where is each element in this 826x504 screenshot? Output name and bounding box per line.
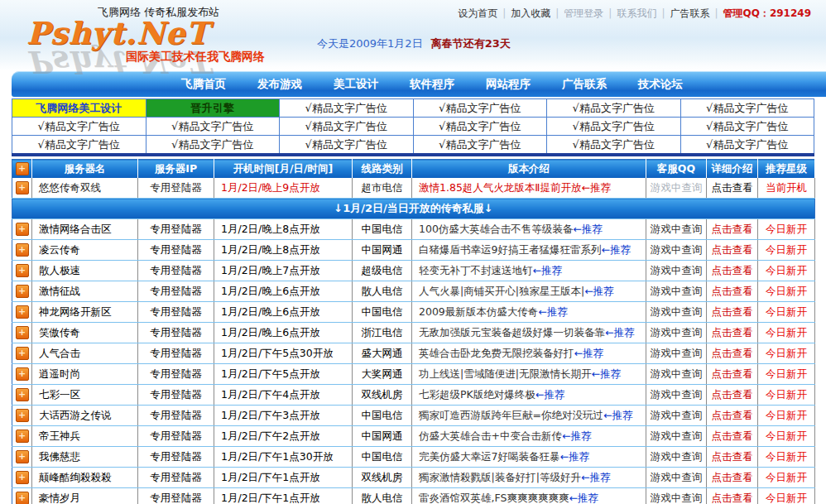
ad-slot[interactable]: √精品文字广告位 [547,118,681,136]
qq-query-link[interactable]: 游戏中查询 [651,430,703,442]
ad-slot[interactable]: √精品文字广告位 [413,136,547,156]
text-ad-grid: 飞腾网络美工设计晋升引擎√精品文字广告位√精品文字广告位√精品文字广告位√精品文… [12,98,814,156]
qq-query-link[interactable]: 游戏中查询 [651,243,703,256]
plus-icon[interactable]: + [16,181,29,194]
detail-link[interactable]: 点击查看 [712,181,753,194]
ad-slot[interactable]: √精品文字广告位 [280,136,414,156]
recommend-link[interactable]: ←推荐 [538,305,567,318]
detail-link[interactable]: 点击查看 [712,305,753,318]
qq-query-link[interactable]: 游戏中查询 [651,264,703,276]
detail-link[interactable]: 点击查看 [712,430,753,442]
ad-slot[interactable]: √精品文字广告位 [146,136,280,156]
detail-link[interactable]: 点击查看 [712,409,753,421]
ad-slot-featured[interactable]: 晋升引擎 [146,99,280,118]
plus-icon[interactable]: + [16,264,29,277]
qq-query-link[interactable]: 游戏中查询 [651,347,703,359]
qq-query-link[interactable]: 游戏中查询 [651,326,703,338]
recommend-link[interactable]: ←推荐 [581,181,610,194]
ad-slot[interactable]: √精品文字广告位 [280,118,414,136]
line-type-cell: 中国网通 [353,240,412,261]
qq-query-link[interactable]: 游戏中查询 [651,367,703,380]
plus-icon[interactable]: + [16,162,29,175]
plus-icon[interactable]: + [16,243,29,257]
qq-query-link[interactable]: 游戏中查询 [651,471,703,483]
recommend-link[interactable]: ←推荐 [601,243,630,256]
topbar-link-1[interactable]: 加入收藏 [511,7,550,19]
plus-icon[interactable]: + [16,492,29,504]
plus-icon[interactable]: + [16,409,29,422]
detail-link[interactable]: 点击查看 [712,450,753,463]
detail-link[interactable]: 点击查看 [712,326,753,338]
ad-slot[interactable]: √精品文字广告位 [280,99,414,118]
recommend-link[interactable]: ←推荐 [535,388,564,401]
ad-slot[interactable]: √精品文字广告位 [680,136,814,156]
ad-slot[interactable]: √精品文字广告位 [413,118,547,136]
detail-link[interactable]: 点击查看 [712,367,753,380]
plus-icon[interactable]: + [16,347,29,360]
recommend-link[interactable]: ←推荐 [559,450,588,463]
recommend-link[interactable]: ←推荐 [533,264,562,276]
qq-query-link[interactable]: 游戏中查询 [651,450,703,463]
nav-item-3[interactable]: 软件程序 [394,77,470,92]
recommend-link[interactable]: ←推荐 [574,347,603,359]
topbar-link-2[interactable]: 管理登录 [564,7,603,19]
ad-grid-row: √精品文字广告位√精品文字广告位√精品文字广告位√精品文字广告位√精品文字广告位… [12,136,814,156]
qq-query-link[interactable]: 游戏中查询 [651,285,703,297]
ad-slot[interactable]: √精品文字广告位 [680,99,814,118]
ad-slot[interactable]: √精品文字广告位 [146,118,280,136]
ad-slot[interactable]: √精品文字广告位 [680,118,814,136]
topbar-link-4[interactable]: 广告联系 [670,7,709,19]
plus-icon[interactable]: + [16,388,29,401]
recommend-link[interactable]: ←推荐 [569,492,598,504]
detail-link[interactable]: 点击查看 [712,347,753,359]
ad-slot-featured[interactable]: 飞腾网络美工设计 [12,99,146,118]
detail-link[interactable]: 点击查看 [712,223,753,235]
qq-query-link[interactable]: 游戏中查询 [651,492,703,504]
qq-query-link[interactable]: 游戏中查询 [651,305,703,318]
status-label: 今日新开 [766,430,807,442]
topbar-link-3[interactable]: 联系我们 [617,7,656,19]
qq-query-link[interactable]: 游戏中查询 [651,409,703,421]
ad-slot[interactable]: √精品文字广告位 [12,118,146,136]
plus-icon[interactable]: + [16,223,29,236]
open-time-cell: 1月/2日/下午2点开放 [214,426,353,447]
detail-link[interactable]: 点击查看 [712,285,753,297]
detail-link[interactable]: 点击查看 [712,492,753,504]
detail-link[interactable]: 点击查看 [712,264,753,276]
ad-grid-row: √精品文字广告位√精品文字广告位√精品文字广告位√精品文字广告位√精品文字广告位… [12,118,814,136]
nav-item-2[interactable]: 美工设计 [318,77,394,92]
recommend-link[interactable]: ←推荐 [591,367,620,380]
server-name-cell: 大话西游之传说 [32,406,138,426]
qq-query-link[interactable]: 游戏中查询 [651,181,703,194]
plus-icon[interactable]: + [16,285,29,298]
ad-slot[interactable]: √精品文字广告位 [12,136,146,156]
recommend-link[interactable]: ←推荐 [562,430,591,442]
nav-item-6[interactable]: 技术论坛 [622,77,699,92]
ad-slot[interactable]: √精品文字广告位 [547,99,681,118]
topbar-link-0[interactable]: 设为首页 [458,7,497,19]
detail-link[interactable]: 点击查看 [712,243,753,256]
nav-item-1[interactable]: 发布游戏 [242,77,318,92]
plus-icon[interactable]: + [16,305,29,319]
recommend-link[interactable]: ←推荐 [581,471,610,483]
recommend-link[interactable]: ←推荐 [573,223,602,235]
ad-slot[interactable]: √精品文字广告位 [413,99,547,118]
recommend-link[interactable]: ←推荐 [603,409,632,421]
qq-query-link[interactable]: 游戏中查询 [651,223,703,235]
plus-icon[interactable]: + [16,367,29,381]
plus-icon[interactable]: + [16,450,29,463]
plus-icon[interactable]: + [16,430,29,443]
recommend-link[interactable]: ←推荐 [605,326,634,338]
plus-icon[interactable]: + [16,326,29,339]
ad-slot[interactable]: √精品文字广告位 [547,136,681,156]
detail-link[interactable]: 点击查看 [712,471,753,483]
qq-cell: 游戏中查询 [646,426,707,447]
detail-link[interactable]: 点击查看 [712,388,753,401]
nav-item-5[interactable]: 广告联系 [546,77,622,92]
nav-item-4[interactable]: 网站程序 [470,77,546,92]
open-time-cell: 1月/2日/晚上8点开放 [214,219,353,240]
recommend-link[interactable]: ←推荐 [584,285,613,297]
page-header: 飞腾网络 传奇私服发布站 Pshyt.NeT Pshyt.NeT 国际美工技术任… [0,0,826,70]
qq-query-link[interactable]: 游戏中查询 [651,388,703,401]
plus-icon[interactable]: + [16,471,29,484]
